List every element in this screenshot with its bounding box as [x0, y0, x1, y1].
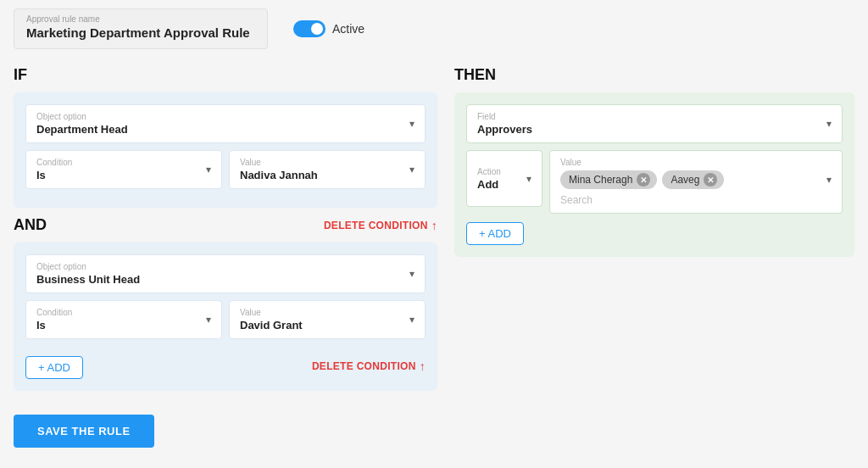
- search-placeholder: Search: [560, 194, 832, 206]
- then-add-label: + ADD: [479, 227, 511, 240]
- value-1-label: Value: [240, 158, 403, 167]
- header-row: Approval rule name Marketing Department …: [14, 8, 854, 49]
- delete-condition-1-button[interactable]: DELETE CONDITION ↑: [324, 219, 437, 232]
- delete-condition-2-label: DELETE CONDITION: [312, 360, 416, 372]
- then-add-button[interactable]: + ADD: [466, 222, 524, 245]
- value-2-label: Value: [240, 308, 403, 317]
- if-title: IF: [14, 66, 437, 84]
- and-label: AND: [14, 216, 47, 234]
- toggle-label: Active: [332, 22, 364, 36]
- chip-mina-remove[interactable]: ✕: [637, 173, 650, 187]
- value-1-value: Nadiva Jannah: [240, 169, 403, 181]
- value-1-dropdown-icon: ▾: [409, 164, 415, 176]
- object-option-1-row[interactable]: Object option Department Head ▾: [25, 104, 426, 143]
- value-chips-container: Value Mina Cheragh ✕ Aaveg ✕ ▾ Search: [549, 150, 843, 214]
- object-option-1-dropdown-icon: ▾: [409, 118, 415, 130]
- chip-aaveg-label: Aaveg: [670, 174, 699, 186]
- value-2-inner: Value David Grant: [240, 308, 403, 332]
- delete-condition-2-arrow-icon: ↑: [420, 359, 426, 373]
- chip-mina: Mina Cheragh ✕: [560, 170, 657, 189]
- chips-area: Mina Cheragh ✕ Aaveg ✕ ▾: [560, 170, 832, 189]
- delete-condition-1-label: DELETE CONDITION: [324, 220, 428, 231]
- then-field-dropdown-icon: ▾: [826, 118, 832, 130]
- delete-condition-1-arrow-icon: ↑: [431, 219, 437, 232]
- then-block: Field Approvers ▾ Action Add ▾ Value: [454, 92, 854, 257]
- chips-dropdown-icon: ▾: [826, 174, 832, 186]
- then-field-label: Field: [477, 112, 820, 121]
- condition-1-dropdown-icon: ▾: [206, 164, 211, 176]
- value-2-dropdown-icon: ▾: [409, 314, 415, 326]
- then-field-value: Approvers: [477, 123, 820, 136]
- object-option-2-value: Business Unit Head: [36, 273, 403, 286]
- rule-name-label: Approval rule name: [26, 14, 255, 24]
- condition-2-label: Condition: [36, 308, 199, 317]
- active-toggle[interactable]: [293, 20, 326, 37]
- action-dropdown-icon: ▾: [526, 173, 531, 185]
- action-value: Add: [477, 178, 520, 191]
- rule-name-value: Marketing Department Approval Rule: [26, 25, 255, 40]
- chip-aaveg-remove[interactable]: ✕: [704, 173, 717, 187]
- object-option-2-inner: Object option Business Unit Head: [36, 262, 403, 286]
- chip-mina-label: Mina Cheragh: [569, 174, 632, 186]
- condition-1-value: Is: [36, 169, 199, 181]
- object-option-1-label: Object option: [36, 112, 403, 121]
- action-label: Action: [477, 167, 520, 176]
- then-field-row[interactable]: Field Approvers ▾: [466, 104, 843, 143]
- condition-1-label: Condition: [36, 158, 199, 167]
- value-2-select[interactable]: Value David Grant ▾: [229, 300, 426, 339]
- then-title: THEN: [454, 66, 854, 84]
- object-option-1-inner: Object option Department Head: [36, 112, 403, 136]
- toggle-row: Active: [293, 20, 364, 37]
- object-option-1-value: Department Head: [36, 123, 403, 136]
- chip-aaveg: Aaveg ✕: [662, 170, 724, 189]
- then-section: THEN Field Approvers ▾ Action Add ▾: [454, 66, 854, 257]
- condition-2-select[interactable]: Condition Is ▾: [25, 300, 222, 339]
- add-condition-label: + ADD: [38, 361, 70, 374]
- save-rule-button[interactable]: SAVE THE RULE: [14, 415, 154, 448]
- save-rule-label: SAVE THE RULE: [37, 425, 131, 437]
- condition-1-inner: Condition Is: [36, 158, 199, 181]
- condition-value-2-row: Condition Is ▾ Value David Grant ▾: [25, 300, 426, 346]
- object-option-2-dropdown-icon: ▾: [409, 268, 415, 280]
- delete-condition-2-button[interactable]: DELETE CONDITION ↑: [312, 359, 426, 373]
- value-1-inner: Value Nadiva Jannah: [240, 158, 403, 181]
- condition-block-1: Object option Department Head ▾ Conditio…: [14, 92, 437, 208]
- condition-2-value: Is: [36, 319, 199, 332]
- if-section: IF Object option Department Head ▾ Condi…: [14, 66, 437, 399]
- value-2-value: David Grant: [240, 319, 403, 332]
- object-option-2-label: Object option: [36, 262, 403, 271]
- and-row: AND DELETE CONDITION ↑: [14, 216, 437, 234]
- action-value-row: Action Add ▾ Value Mina Cheragh ✕ Aaveg: [466, 150, 843, 214]
- then-field-inner: Field Approvers: [477, 112, 820, 136]
- object-option-2-row[interactable]: Object option Business Unit Head ▾: [25, 254, 426, 293]
- rule-name-box: Approval rule name Marketing Department …: [14, 8, 268, 49]
- value-chips-label: Value: [560, 158, 832, 167]
- condition-2-inner: Condition Is: [36, 308, 199, 332]
- value-1-select[interactable]: Value Nadiva Jannah ▾: [229, 150, 426, 189]
- main-content: IF Object option Department Head ▾ Condi…: [14, 66, 854, 399]
- condition-2-dropdown-icon: ▾: [206, 314, 211, 326]
- action-inner: Action Add: [477, 167, 520, 191]
- condition-1-select[interactable]: Condition Is ▾: [25, 150, 222, 189]
- condition-block-2: Object option Business Unit Head ▾ Condi…: [14, 242, 437, 391]
- add-condition-button[interactable]: + ADD: [25, 356, 83, 379]
- then-add-row: + ADD: [466, 222, 843, 245]
- condition-value-1-row: Condition Is ▾ Value Nadiva Jannah ▾: [25, 150, 426, 196]
- action-select[interactable]: Action Add ▾: [466, 150, 542, 207]
